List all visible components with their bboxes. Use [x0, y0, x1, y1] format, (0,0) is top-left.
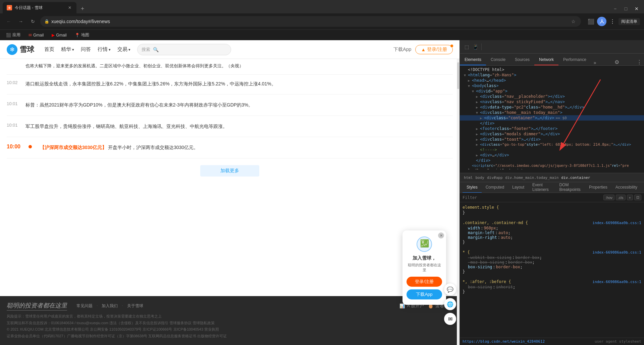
breadcrumb-body[interactable]: body [474, 176, 486, 180]
style-tab-computed[interactable]: Computed [482, 182, 508, 193]
popup-login-button[interactable]: 登录/注册 [407, 277, 442, 287]
bookmark-maps[interactable]: 📍 地图 [73, 31, 91, 39]
bookmark-youtube[interactable]: ▶ Gmail [50, 32, 68, 38]
scrollbar-track[interactable] [457, 59, 460, 345]
bookmark-gmail[interactable]: ✉ Gmail [26, 32, 46, 38]
back-button[interactable]: ← [4, 17, 13, 26]
nav-trade[interactable]: 交易 [117, 46, 130, 53]
breadcrumb-container[interactable]: div.container [560, 176, 591, 180]
dom-toast[interactable]: <div class="toast" >…</div> [460, 137, 644, 142]
footer-link-join[interactable]: 加入我们 [102, 303, 118, 309]
css-source-star[interactable]: index-669086aa9b.css:1 [592, 250, 641, 255]
minimize-button[interactable]: − [610, 4, 620, 13]
style-tab-dom-breakpoints[interactable]: DOM Breakpoints [555, 182, 585, 193]
nav-market[interactable]: 行情 [98, 46, 111, 53]
hover-button[interactable]: :hov [603, 195, 614, 200]
search-bar[interactable]: 搜索 🔍 [137, 44, 231, 55]
dom-comment[interactable]: <!----> [460, 147, 644, 152]
css-source-after[interactable]: index-669086aa9b.css:1 [592, 280, 641, 284]
news-link[interactable]: 【沪深两市成交额达3030亿元】 [40, 145, 107, 150]
tab-sources[interactable]: Sources [510, 55, 534, 65]
tab-close-button[interactable]: ✕ [67, 5, 72, 10]
nav-featured[interactable]: 精华 [61, 46, 74, 53]
dom-container-selected[interactable]: <div class="container" >…</div> == $0 [460, 115, 644, 121]
wechat-button[interactable]: 💬 [444, 283, 456, 295]
dom-home-hd[interactable]: <div data-type="pc2" class="home__hd" >…… [460, 105, 644, 110]
dom-nav[interactable]: <nav class="nav stickyFixed" >…</nav> [460, 99, 644, 105]
scrollbar-thumb[interactable] [457, 62, 459, 89]
popup-close-button[interactable]: ✕ [438, 232, 444, 238]
dom-go-top[interactable]: <div class="go-to-top" style="left: 682.… [460, 142, 644, 147]
popup-download-button[interactable]: 下载App [407, 289, 442, 299]
devtools-lower: Styles Computed Layout Event Listeners D… [460, 182, 644, 345]
footer-link-about[interactable]: 关于雪球 [127, 303, 143, 309]
dom-close-div[interactable]: </div> [460, 121, 644, 126]
css-rule-star: * { index-669086aa9b.css:1 -webkit-box-s… [460, 249, 644, 275]
cls-button[interactable]: .cls [616, 195, 626, 200]
settings-icon[interactable]: ⋮ [608, 17, 617, 26]
weibo-button[interactable]: 🌐 [444, 298, 456, 310]
dom-nav-placeholder[interactable]: <div class="nav__placeholder" ></div> [460, 94, 644, 99]
tab-performance[interactable]: Performance [558, 55, 591, 65]
devtools-settings-icon[interactable]: ⚙ [612, 59, 621, 65]
active-tab[interactable]: ❄ 今日话题 - 雪球 ✕ [3, 2, 76, 13]
footer-links: 常见问题 · 加入我们 · 关于雪球 [76, 303, 143, 309]
address-input[interactable]: 🔒 xueqiu.com/today#/livenews ☆ [40, 16, 581, 27]
profile-icon[interactable]: 人 [597, 17, 606, 26]
logo-icon: ❄ [7, 44, 17, 55]
forward-button[interactable]: → [16, 17, 25, 26]
nav-home[interactable]: 首页 [44, 46, 54, 53]
css-prop-moz-box: -moz-box-sizing : border-box ; [463, 260, 641, 265]
xueqiu-logo[interactable]: ❄ 雪球 [7, 44, 34, 55]
style-tab-accessibility[interactable]: Accessibility [611, 182, 641, 193]
more-tabs-button[interactable]: » [591, 60, 599, 65]
status-url[interactable]: https://blog.csdn.net/weixin_42840612 [463, 339, 545, 344]
css-source-container[interactable]: index-669086aa9b.css:1 [592, 221, 641, 225]
dom-close-app[interactable]: </div> [460, 158, 644, 163]
inspect-icon[interactable]: ⬚ [463, 43, 471, 51]
dom-html[interactable]: <html lang="zh-Hans" > [460, 72, 644, 78]
breadcrumb-div-app[interactable]: div#app [486, 176, 504, 180]
add-style-button[interactable]: + [627, 195, 633, 200]
style-tab-layout[interactable]: Layout [508, 182, 528, 193]
refresh-button[interactable]: ↻ [28, 17, 38, 26]
style-tab-event-listeners[interactable]: Event Listeners [528, 182, 555, 193]
new-tab-button[interactable]: + [78, 4, 87, 13]
device-icon[interactable]: 📱 [471, 43, 479, 51]
tab-console[interactable]: Console [486, 55, 510, 65]
filter-input[interactable] [463, 195, 603, 200]
email-button[interactable]: ✉ [444, 313, 456, 325]
news-item-1001b: 10:01 军工股早盘拉升，贵绳股份涨停，钢研高纳、航亚科技、上海瀚讯、亚光科技… [7, 123, 453, 137]
breadcrumb-home-main[interactable]: div.home_main.today_main [504, 176, 560, 180]
dom-footer[interactable]: <footer class="footer" >…</footer> [460, 126, 644, 131]
nav-qa[interactable]: 问答 [81, 46, 91, 53]
bookmark-apps[interactable]: ⬛ 应用 [4, 31, 22, 39]
style-tab-properties[interactable]: Properties [585, 182, 611, 193]
tab-network[interactable]: Network [534, 55, 558, 65]
reader-mode-button[interactable]: 阅读清单 [619, 18, 640, 25]
star-icon[interactable]: ☆ [570, 18, 577, 25]
tab-elements[interactable]: Elements [460, 55, 486, 65]
dom-div-app[interactable]: <div id="app" > [460, 88, 644, 94]
disclaimer-text: 风险提示：雪球里任何用户或嘉宾的发言，都有其特定立场，投资决策需要建立在独立思考… [7, 313, 453, 320]
dom-script[interactable]: <script src="//assets.imedao.com/ugc/js/… [460, 163, 644, 168]
dom-extra-div[interactable]: <div> … </div> [460, 152, 644, 158]
download-btn[interactable]: 下载App [393, 47, 411, 53]
dom-modals[interactable]: <div class="modals dimmer" >…</div> [460, 131, 644, 137]
dom-today-main[interactable]: <div class="home__main today_main" > [460, 110, 644, 115]
load-more-button[interactable]: 加载更多 [200, 165, 259, 177]
dom-doctype[interactable]: <!DOCTYPE html> [460, 67, 644, 72]
breadcrumb-html[interactable]: html [463, 176, 474, 180]
dom-script-2[interactable]: load" as="script"></script> [460, 168, 644, 169]
dom-head[interactable]: <head> … </head> [460, 78, 644, 83]
close-window-button[interactable]: ✕ [632, 4, 641, 13]
login-button[interactable]: ▲ 登录/注册 [415, 45, 453, 54]
devtools-more-icon[interactable]: ⋮ [635, 59, 644, 65]
dom-body[interactable]: <body class > [460, 83, 644, 88]
footer-link-faq[interactable]: 常见问题 [76, 303, 93, 309]
style-tab-styles[interactable]: Styles [463, 182, 482, 193]
news-content-4: 【沪深两市成交额达3030亿元】 开盘半小时，沪深两市成交额达3030亿元。 [40, 144, 453, 151]
extensions-icon[interactable]: ⬛ [586, 17, 596, 26]
maximize-button[interactable]: □ [621, 4, 631, 13]
force-state-button[interactable]: ⊡ [634, 195, 641, 200]
